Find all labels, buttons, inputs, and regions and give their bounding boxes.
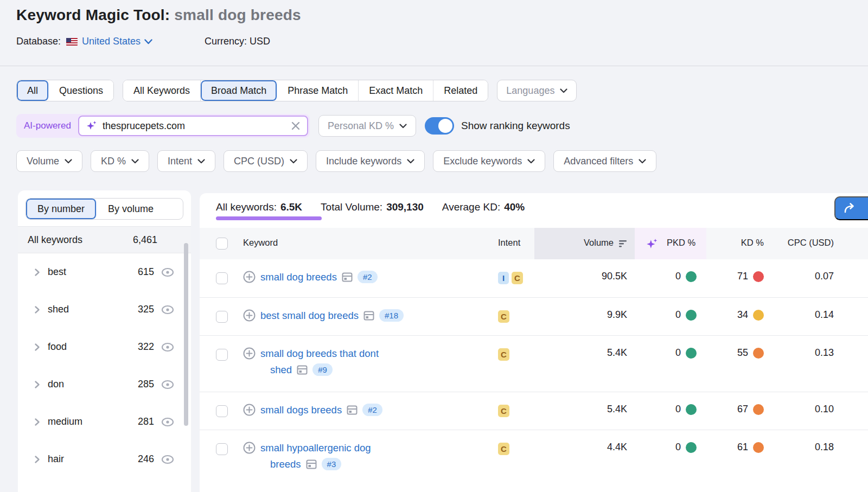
tab[interactable]: Broad Match: [201, 80, 277, 101]
tab[interactable]: Phrase Match: [277, 80, 359, 101]
row-checkbox[interactable]: [216, 443, 228, 455]
add-keyword-icon[interactable]: [243, 309, 256, 322]
serp-features-icon[interactable]: [342, 272, 353, 283]
personal-kd-dropdown[interactable]: Personal KD %: [318, 115, 416, 137]
position-badge[interactable]: #9: [312, 363, 333, 376]
keyword-link[interactable]: best small dog breeds: [260, 310, 359, 322]
languages-dropdown[interactable]: Languages: [497, 80, 577, 101]
add-keyword-icon[interactable]: [243, 442, 256, 454]
row-checkbox[interactable]: [216, 272, 228, 284]
sidebar-all-keywords-row[interactable]: All keywords 6,461: [18, 226, 191, 253]
filter-label: Volume: [27, 156, 59, 167]
eye-icon[interactable]: [161, 342, 175, 353]
export-button[interactable]: [834, 196, 868, 220]
keyword-link[interactable]: small hypoallergenic dog: [260, 442, 371, 454]
serp-features-icon[interactable]: [297, 365, 308, 375]
pkd-cell: 0: [635, 259, 706, 297]
table-row: small dogs breeds #2 C 5.4K 0 67 0.10: [200, 392, 868, 430]
ai-search-row: AI-powered thesprucepets.com Personal KD…: [16, 114, 570, 138]
database-value: United States: [82, 36, 141, 47]
filter-dropdown[interactable]: Intent: [157, 150, 215, 172]
filter-dropdown[interactable]: Advanced filters: [553, 150, 656, 172]
domain-input[interactable]: thesprucepets.com: [78, 116, 308, 136]
header-volume[interactable]: Volume: [534, 228, 635, 259]
sidebar-group-item[interactable]: best 615: [18, 253, 191, 291]
eye-icon[interactable]: [161, 417, 175, 427]
serp-features-icon[interactable]: [347, 405, 358, 416]
header-keyword[interactable]: Keyword: [243, 228, 498, 259]
filter-dropdown[interactable]: Volume: [16, 150, 82, 172]
group-count: 325: [138, 304, 154, 315]
sort-descending-icon: [618, 239, 627, 248]
header-pkd[interactable]: PKD %: [635, 228, 706, 259]
row-checkbox[interactable]: [216, 311, 228, 323]
tab[interactable]: Related: [433, 80, 488, 101]
sidebar-group-item[interactable]: shed 325: [18, 291, 191, 328]
header-intent[interactable]: Intent: [498, 228, 534, 259]
database-label: Database:: [16, 36, 61, 47]
header-kd[interactable]: KD %: [706, 228, 766, 259]
clear-input-icon[interactable]: [291, 121, 301, 131]
position-badge[interactable]: #2: [358, 271, 378, 283]
sidebar-group-item[interactable]: food 322: [18, 328, 191, 366]
filter-dropdown[interactable]: Exclude keywords: [433, 150, 545, 172]
keyword-link[interactable]: small dog breeds that dont: [260, 348, 379, 360]
header-cpc[interactable]: CPC (USD): [766, 228, 868, 259]
select-all-checkbox[interactable]: [216, 238, 228, 250]
tab[interactable]: Exact Match: [359, 80, 433, 101]
eye-icon[interactable]: [161, 379, 175, 390]
filter-dropdown[interactable]: CPC (USD): [224, 150, 308, 172]
show-ranking-keywords-toggle[interactable]: [425, 117, 454, 135]
database-selector[interactable]: United States: [82, 36, 152, 47]
add-keyword-icon[interactable]: [243, 404, 256, 416]
eye-icon[interactable]: [161, 454, 175, 465]
keyword-link-line2[interactable]: breeds: [270, 458, 301, 470]
eye-icon[interactable]: [161, 267, 175, 278]
keyword-link-line2[interactable]: shed: [270, 364, 292, 376]
sidebar-scrollbar[interactable]: [184, 243, 188, 426]
group-count: 615: [138, 266, 154, 278]
row-checkbox[interactable]: [216, 349, 228, 361]
row-checkbox[interactable]: [216, 405, 228, 417]
eye-icon[interactable]: [161, 304, 175, 315]
chevron-right-icon[interactable]: [33, 380, 41, 389]
position-badge[interactable]: #18: [379, 309, 404, 322]
add-keyword-icon[interactable]: [243, 347, 256, 360]
intent-badge-c: C: [498, 348, 509, 361]
serp-features-icon[interactable]: [306, 459, 317, 470]
tab[interactable]: All: [17, 80, 49, 101]
kd-cell: 55: [706, 336, 766, 392]
position-badge[interactable]: #2: [362, 404, 382, 416]
tab[interactable]: By volume: [97, 199, 165, 219]
serp-features-icon[interactable]: [363, 310, 374, 321]
filter-dropdown[interactable]: Include keywords: [316, 150, 425, 172]
position-badge[interactable]: #3: [322, 458, 342, 470]
group-label: hair: [48, 453, 64, 465]
intent-cell: C: [498, 336, 534, 392]
chevron-right-icon[interactable]: [33, 305, 41, 314]
sidebar-group-item[interactable]: medium 281: [18, 403, 191, 440]
pkd-dot: [686, 442, 697, 453]
tab[interactable]: All Keywords: [123, 80, 201, 101]
sidebar-group-item[interactable]: don 285: [18, 366, 191, 403]
sidebar-group-item[interactable]: hair 246: [18, 440, 191, 478]
keyword-link[interactable]: small dogs breeds: [260, 404, 342, 416]
cpc-cell: 0.13: [766, 336, 868, 392]
cpc-cell: 0.18: [766, 430, 868, 486]
tab[interactable]: By number: [26, 199, 97, 219]
group-count: 322: [138, 341, 154, 353]
chevron-right-icon[interactable]: [33, 343, 41, 352]
chevron-right-icon[interactable]: [33, 418, 41, 426]
intent-badge-c: C: [512, 272, 523, 284]
keyword-link[interactable]: small dog breeds: [260, 271, 337, 283]
match-type-tabs: AllQuestions All KeywordsBroad MatchPhra…: [16, 80, 577, 101]
intent-badge-i: I: [498, 272, 509, 284]
filter-dropdown[interactable]: KD %: [91, 150, 149, 172]
chevron-right-icon[interactable]: [33, 455, 41, 464]
add-keyword-icon[interactable]: [243, 271, 256, 283]
group-label: don: [48, 379, 64, 390]
chevron-right-icon[interactable]: [33, 268, 41, 277]
tab[interactable]: Questions: [49, 80, 113, 101]
filter-label: CPC (USD): [234, 156, 284, 167]
database-row: Database: United States: [16, 36, 152, 47]
